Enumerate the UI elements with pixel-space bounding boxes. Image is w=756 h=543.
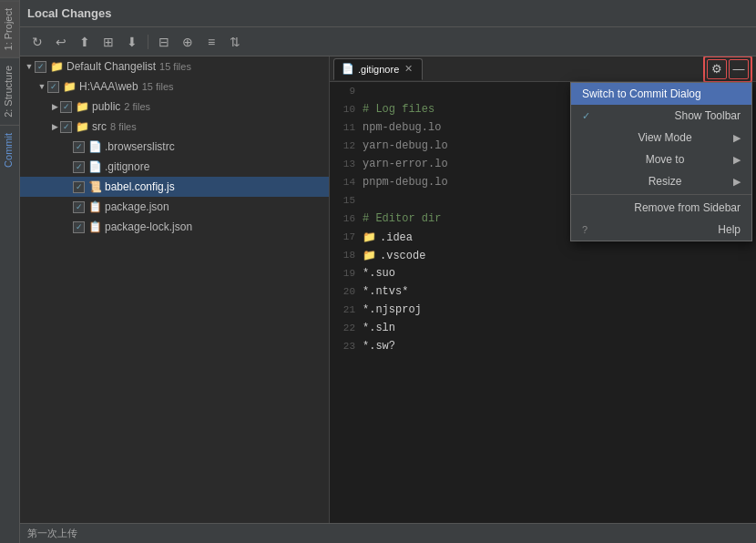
menu-item-help[interactable]: ? Help — [571, 219, 751, 241]
line-number: 20 — [330, 286, 363, 297]
submenu-arrow-resize: ▶ — [733, 176, 741, 188]
tree-count-h-aaa-web: 15 files — [142, 81, 174, 92]
tree-count-default-changelist: 15 files — [159, 61, 191, 72]
menu-label-resize: Resize — [649, 175, 682, 188]
tree-label-src: src — [92, 120, 107, 133]
menu-item-show-toolbar[interactable]: ✓ Show Toolbar — [571, 105, 751, 127]
menu-item-switch-commit[interactable]: Switch to Commit Dialog — [571, 83, 751, 105]
tree-item-package-json[interactable]: ▶ ✓ 📋 package.json — [20, 197, 329, 217]
code-tab-gitignore[interactable]: 📄 .gitignore ✕ — [333, 58, 423, 80]
update-button[interactable]: ⬆ — [75, 32, 95, 52]
tree-count-public: 2 files — [124, 101, 150, 112]
line-number: 13 — [330, 159, 363, 169]
menu-label-remove-sidebar: Remove from Sidebar — [634, 201, 741, 214]
submenu-arrow-move-to: ▶ — [733, 154, 741, 166]
tree-item-default-changelist[interactable]: ▼ ✓ 📁 Default Changelist 15 files — [20, 56, 329, 77]
tab-icon-git: 📄 — [342, 63, 354, 75]
line-text: # Editor dir — [363, 212, 441, 225]
menu-item-view-mode[interactable]: ✓ View Mode ▶ — [571, 127, 751, 149]
file-tree: ▼ ✓ 📁 Default Changelist 15 files ▼ ✓ 📁 … — [20, 56, 330, 523]
vertical-sidebar: 1: Project 2: Structure Commit — [0, 0, 20, 543]
status-bar: 第一次上传 — [20, 523, 756, 543]
sidebar-item-structure[interactable]: 2: Structure — [0, 57, 19, 125]
tree-item-gitignore[interactable]: ▶ ✓ 📄 .gitignore — [20, 157, 329, 177]
line-text: *.njsproj — [363, 303, 422, 316]
sort-button[interactable]: ⇅ — [225, 32, 245, 52]
checkbox-public[interactable]: ✓ — [60, 101, 72, 113]
line-text: npm-debug.lo — [363, 121, 441, 134]
folder-icon-src: 📁 — [75, 119, 89, 134]
checkbox-h-aaa-web[interactable]: ✓ — [47, 81, 59, 93]
checkbox-babel[interactable]: ✓ — [73, 181, 85, 193]
line-number: 16 — [330, 213, 363, 224]
code-line: 23 *.sw? — [330, 337, 756, 355]
group-button[interactable]: ⊟ — [154, 32, 174, 52]
minimize-button[interactable]: — — [729, 59, 749, 79]
dropdown-menu: Switch to Commit Dialog ✓ Show Toolbar ✓… — [570, 82, 752, 241]
main-content: Local Changes ↻ ↩ ⬆ ⊞ ⬇ ⊟ ⊕ ≡ ⇅ ▼ ✓ 📁 De… — [20, 0, 756, 543]
collapse-button[interactable]: ≡ — [201, 32, 221, 52]
line-number: 10 — [330, 104, 363, 115]
line-number: 18 — [330, 250, 363, 261]
line-text: # Log files — [363, 103, 434, 116]
tree-arrow-default-changelist: ▼ — [24, 61, 35, 72]
tree-item-src[interactable]: ▶ ✓ 📁 src 8 files — [20, 117, 329, 137]
undo-button[interactable]: ↩ — [51, 32, 71, 52]
panel-body: ▼ ✓ 📁 Default Changelist 15 files ▼ ✓ 📁 … — [20, 56, 756, 523]
tree-label-babel: babel.config.js — [105, 180, 175, 193]
tree-arrow-h-aaa-web: ▼ — [36, 81, 47, 92]
menu-label-view-mode: View Mode — [638, 131, 691, 144]
menu-label-show-toolbar: Show Toolbar — [675, 109, 741, 122]
menu-item-resize[interactable]: ✓ Resize ▶ — [571, 170, 751, 192]
refresh-button[interactable]: ↻ — [27, 32, 47, 52]
tab-action-area: ⚙ — — [703, 56, 752, 83]
status-text: 第一次上传 — [27, 527, 77, 540]
tree-label-browserslistrc: .browserslistrc — [105, 140, 175, 153]
code-tab-bar: 📄 .gitignore ✕ ⚙ — — [330, 56, 756, 82]
menu-item-remove-sidebar[interactable]: ✓ Remove from Sidebar — [571, 197, 751, 219]
line-number: 17 — [330, 231, 363, 242]
checkbox-browserslistrc[interactable]: ✓ — [73, 141, 85, 153]
gear-settings-button[interactable]: ⚙ — [707, 59, 727, 79]
tree-label-h-aaa-web: H:\AAA\web — [79, 80, 138, 93]
line-number: 15 — [330, 195, 363, 206]
tree-item-browserslistrc[interactable]: ▶ ✓ 📄 .browserslistrc — [20, 137, 329, 157]
help-icon: ? — [582, 224, 587, 235]
sidebar-item-project[interactable]: 1: Project — [0, 0, 19, 57]
toolbar-separator-1 — [148, 35, 148, 49]
line-text: 📁.idea — [363, 231, 413, 244]
tab-label-gitignore: .gitignore — [358, 64, 399, 75]
checkbox-default-changelist[interactable]: ✓ — [35, 61, 46, 73]
tree-item-h-aaa-web[interactable]: ▼ ✓ 📁 H:\AAA\web 15 files — [20, 77, 329, 97]
file-icon-browserslistrc: 📄 — [87, 139, 102, 154]
line-text: *.ntvs* — [363, 285, 408, 298]
close-tab-button[interactable]: ✕ — [403, 63, 414, 75]
pull-button[interactable]: ⬇ — [122, 32, 142, 52]
line-text: yarn-debug.lo — [363, 139, 448, 152]
menu-label-switch-commit: Switch to Commit Dialog — [582, 87, 701, 100]
code-line: 19 *.suo — [330, 264, 756, 282]
tree-arrow-src: ▶ — [49, 121, 60, 132]
checkbox-package-json[interactable]: ✓ — [73, 201, 85, 213]
menu-item-move-to[interactable]: ✓ Move to ▶ — [571, 149, 751, 170]
sidebar-item-commit[interactable]: Commit — [0, 125, 19, 175]
folder-icon-h-aaa: 📁 — [62, 79, 77, 94]
tree-item-public[interactable]: ▶ ✓ 📁 public 2 files — [20, 97, 329, 117]
folder-icon: 📁 — [49, 59, 64, 74]
checkbox-gitignore[interactable]: ✓ — [73, 161, 85, 173]
checkbox-package-lock[interactable]: ✓ — [73, 221, 85, 233]
tree-item-package-lock[interactable]: ▶ ✓ 📋 package-lock.json — [20, 217, 329, 237]
line-number: 9 — [330, 86, 363, 97]
tree-item-babel-config[interactable]: ▶ ✓ 📜 babel.config.js — [20, 177, 329, 197]
expand-button[interactable]: ⊕ — [178, 32, 198, 52]
code-view: 📄 .gitignore ✕ ⚙ — Switch to Commit Dial… — [330, 56, 756, 523]
tree-label-gitignore: .gitignore — [105, 160, 149, 173]
diff-button[interactable]: ⊞ — [98, 32, 118, 52]
line-number: 12 — [330, 140, 363, 151]
menu-label-move-to: Move to — [646, 153, 685, 166]
line-text: *.suo — [363, 267, 395, 280]
checkbox-src[interactable]: ✓ — [60, 121, 72, 133]
line-text: *.sw? — [363, 340, 395, 353]
code-line: 18 📁.vscode — [330, 246, 756, 264]
check-icon-show-toolbar: ✓ — [582, 110, 590, 122]
